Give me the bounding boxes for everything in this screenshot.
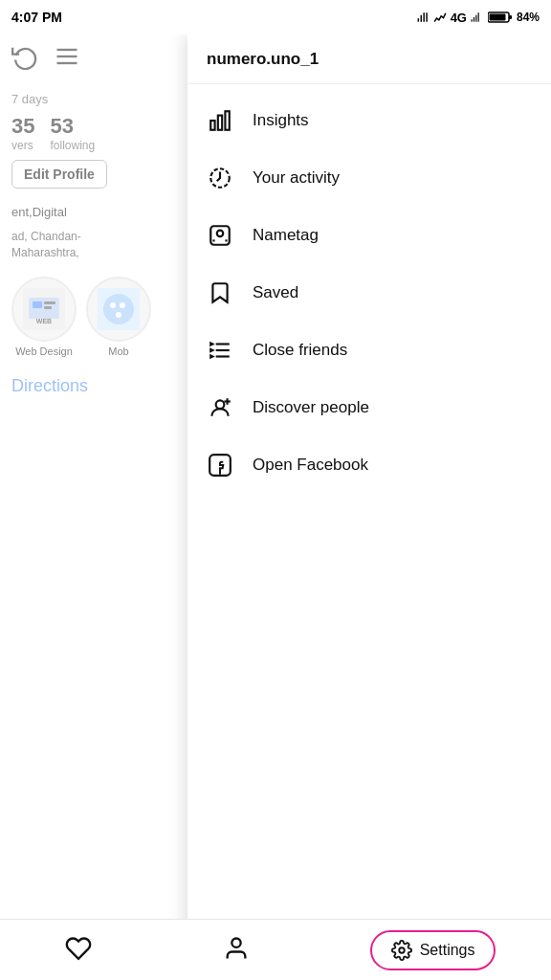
drawer-header: numero.uno_1 — [187, 34, 551, 84]
highlight-web-design[interactable]: WEB Web Design — [11, 277, 77, 357]
your-activity-label: Your activity — [253, 168, 340, 188]
svg-marker-37 — [210, 349, 212, 351]
saved-label: Saved — [253, 283, 298, 302]
nametag-label: Nametag — [253, 226, 319, 245]
close-friends-label: Close friends — [253, 341, 347, 360]
svg-marker-36 — [210, 343, 212, 345]
nav-heart[interactable] — [0, 935, 158, 966]
following-label: following — [50, 139, 95, 152]
discover-people-label: Discover people — [253, 398, 369, 417]
nav-settings[interactable]: Settings — [315, 930, 551, 970]
drawer-menu: Insights Your activity Nam — [187, 84, 551, 501]
followers-count: 35 — [11, 114, 34, 139]
svg-rect-9 — [509, 15, 512, 19]
svg-point-39 — [216, 400, 225, 409]
nametag-icon — [207, 222, 233, 249]
right-drawer: numero.uno_1 Insights Your activity — [187, 34, 551, 980]
facebook-icon — [207, 452, 233, 479]
highlight-mob[interactable]: Mob — [86, 277, 151, 357]
menu-item-nametag[interactable]: Nametag — [187, 207, 551, 264]
followers-label: vers — [11, 139, 34, 152]
history-icon[interactable] — [11, 43, 38, 76]
stat-following: 53 following — [50, 114, 95, 152]
svg-rect-27 — [225, 111, 229, 130]
svg-rect-18 — [44, 306, 52, 309]
menu-item-close-friends[interactable]: Close friends — [187, 322, 551, 379]
menu-item-saved[interactable]: Saved — [187, 264, 551, 322]
svg-text:WEB: WEB — [36, 318, 52, 324]
nav-profile[interactable] — [158, 935, 316, 966]
bio-text: ent,Digital — [11, 204, 176, 221]
svg-marker-38 — [210, 355, 212, 357]
svg-point-22 — [110, 302, 116, 308]
edit-profile-button[interactable]: Edit Profile — [11, 160, 107, 189]
signal-icon — [433, 11, 447, 24]
svg-point-24 — [116, 312, 121, 318]
svg-rect-10 — [489, 14, 505, 21]
svg-rect-25 — [210, 121, 214, 130]
bar-chart-icon — [207, 107, 233, 134]
gear-icon — [391, 940, 412, 961]
left-panel: 7 days 35 vers 53 following Edit Profile… — [0, 34, 187, 980]
highlights-row: WEB Web Design Mob — [11, 277, 176, 357]
menu-item-discover-people[interactable]: Discover people — [187, 379, 551, 436]
directions-link[interactable]: Directions — [11, 368, 176, 404]
menu-item-insights[interactable]: Insights — [187, 92, 551, 149]
status-time: 4:07 PM — [11, 10, 62, 25]
svg-point-44 — [399, 947, 405, 953]
menu-item-your-activity[interactable]: Your activity — [187, 149, 551, 207]
drawer-username: numero.uno_1 — [207, 50, 319, 69]
settings-label: Settings — [420, 942, 475, 959]
stats-row: 35 vers 53 following — [11, 114, 176, 152]
heart-icon — [65, 935, 92, 966]
highlight-label-mob: Mob — [108, 345, 128, 357]
left-top-toolbar — [0, 34, 187, 84]
data-icon — [416, 11, 430, 24]
status-bar: 4:07 PM 4G 84% — [0, 0, 551, 34]
bookmark-icon — [207, 279, 233, 306]
svg-rect-26 — [218, 116, 222, 130]
svg-point-21 — [103, 294, 134, 324]
insights-label: Insights — [253, 111, 309, 130]
stat-followers: 35 vers — [11, 114, 34, 152]
network-label: 4G — [451, 11, 467, 25]
svg-rect-17 — [44, 301, 55, 304]
svg-point-30 — [217, 231, 224, 237]
profile-icon — [223, 935, 250, 966]
battery-label: 84% — [517, 11, 540, 24]
profile-content: 7 days 35 vers 53 following Edit Profile… — [0, 84, 187, 412]
activity-icon — [207, 165, 233, 191]
days-label: 7 days — [11, 92, 176, 106]
highlight-circle-mob — [86, 277, 151, 342]
location-text: ad, Chandan-Maharashtra, — [11, 229, 176, 261]
status-icons: 4G 84% — [416, 11, 540, 25]
menu-item-open-facebook[interactable]: Open Facebook — [187, 436, 551, 494]
bottom-nav: Settings — [0, 919, 551, 980]
battery-icon — [488, 11, 513, 24]
following-count: 53 — [50, 114, 95, 139]
discover-people-icon — [207, 394, 233, 421]
highlight-circle-web-design: WEB — [11, 277, 77, 342]
menu-icon[interactable] — [54, 43, 80, 76]
open-facebook-label: Open Facebook — [253, 456, 368, 475]
highlight-label-web-design: Web Design — [15, 345, 73, 357]
svg-rect-16 — [33, 301, 42, 308]
svg-point-23 — [120, 302, 125, 308]
settings-button[interactable]: Settings — [370, 930, 496, 970]
svg-point-43 — [231, 938, 240, 947]
signal2-icon — [471, 11, 484, 24]
close-friends-icon — [207, 337, 233, 364]
